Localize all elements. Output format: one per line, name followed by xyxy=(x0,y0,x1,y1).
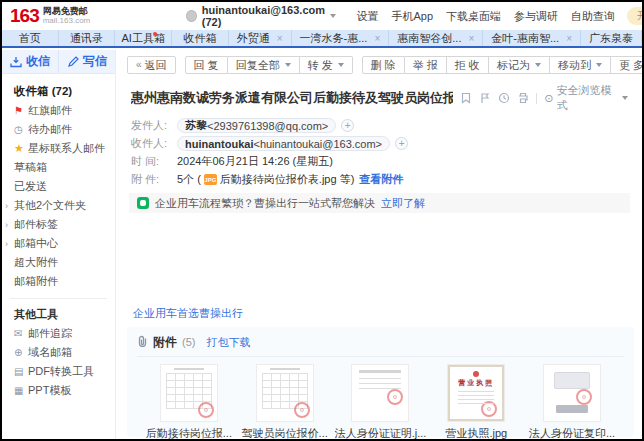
subject-row: 惠州惠南数诚劳务派遣有限公司后勤接待及驾驶员岗位报价表 ⊙ 安全浏览模式 xyxy=(117,76,642,116)
tab-mail-2[interactable]: 惠南智谷创...× xyxy=(389,30,483,46)
shield-icon: ⊙ xyxy=(544,92,553,105)
top-bar: 163 网易免费邮 mail.163.com huinantoukai@163.… xyxy=(2,2,642,30)
ad-banner[interactable]: 企业用车流程繁琐？曹操出行一站式帮您解决 立即了解 xyxy=(129,193,630,213)
attachment-card[interactable]: 营业执照 营业执照.jpg 182.06K xyxy=(428,365,524,441)
sidebar-item-other-folders[interactable]: ›其他2个文件夹 xyxy=(2,196,115,215)
tab-contacts[interactable]: 通讯录 xyxy=(59,30,116,46)
inbox-icon xyxy=(10,56,22,68)
from-row: 发件人: 苏黎<2939761398@qq.com> + xyxy=(131,118,628,133)
flag-outline-icon[interactable] xyxy=(479,92,491,104)
printer-icon[interactable] xyxy=(517,92,529,104)
mail-detail-pane: «返回 回 复 回复全部 转 发 删 除 举 报 拒 收 标记为 移动到 更 多… xyxy=(117,50,642,439)
jpg-file-icon: JPG xyxy=(204,174,217,185)
chevron-down-icon xyxy=(596,63,602,67)
163-logo[interactable]: 163 网易免费邮 mail.163.com xyxy=(10,5,90,27)
tab-inbox[interactable]: 收件箱 xyxy=(172,30,229,46)
report-button[interactable]: 举 报 xyxy=(405,56,447,74)
ppt-doc-icon: ▦ xyxy=(14,386,28,396)
star-icon: ★ xyxy=(14,143,28,154)
attachment-card[interactable]: 驾驶员岗位报价... 113.43K xyxy=(237,365,333,441)
tab-mail-3[interactable]: 金叶-惠南智...× xyxy=(483,30,581,46)
sidebar-item-starred-contacts[interactable]: ★星标联系人邮件 xyxy=(2,139,115,158)
attachment-thumbnail xyxy=(352,365,408,421)
sidebar-item-pdf-tools[interactable]: ▤PDF转换工具 xyxy=(2,362,115,381)
nav-settings[interactable]: 设置 xyxy=(356,9,378,24)
nav-survey[interactable]: 参与调研 xyxy=(514,9,558,24)
receive-mail-button[interactable]: 收信 xyxy=(2,50,58,73)
forward-button[interactable]: 转 发 xyxy=(300,56,353,74)
tab-mail-4[interactable]: 广东泉泰 xyxy=(581,30,642,46)
move-to-button[interactable]: 移动到 xyxy=(550,56,611,74)
to-contact-chip[interactable]: huinantoukai<huinantoukai@163.com> xyxy=(177,136,390,151)
red-stamp xyxy=(576,389,592,405)
logo-title: 网易免费邮 xyxy=(43,7,91,16)
sidebar-item-sent[interactable]: 已发送 xyxy=(2,177,115,196)
nav-self-service[interactable]: 自助查询 xyxy=(571,9,615,24)
chevron-right-icon: › xyxy=(5,220,14,230)
sidebar-item-inbox[interactable]: 收件箱 (72) xyxy=(2,82,115,101)
add-contact-button[interactable]: + xyxy=(341,119,354,132)
mark-as-button[interactable]: 标记为 xyxy=(489,56,550,74)
attachment-card[interactable]: 法人身份证复印... 131.2K xyxy=(524,365,620,441)
attachment-card[interactable]: 法人身份证证明.j... 84.78K xyxy=(333,365,429,441)
pencil-icon xyxy=(67,56,79,68)
sidebar-item-domain-mail[interactable]: ⊕域名邮箱 xyxy=(2,343,115,362)
tag-icon[interactable] xyxy=(460,92,472,104)
attachment-cards: 后勤接待岗位报... 115.23K 驾驶员岗位报价... 113.43K 法人… xyxy=(137,357,624,441)
attachment-thumbnail xyxy=(257,365,313,421)
chevron-down-icon xyxy=(285,63,291,67)
reply-button[interactable]: 回 复 xyxy=(185,56,228,74)
attachment-card[interactable]: 后勤接待岗位报... 115.23K xyxy=(141,365,237,441)
safe-browsing-toggle[interactable]: ⊙ 安全浏览模式 xyxy=(544,83,628,113)
banner-learn-more-link[interactable]: 立即了解 xyxy=(381,196,425,211)
chevron-right-icon: › xyxy=(5,201,14,211)
view-attachments-link[interactable]: 查看附件 xyxy=(359,172,403,187)
reply-all-button[interactable]: 回复全部 xyxy=(228,56,300,74)
back-button[interactable]: «返回 xyxy=(127,56,176,74)
close-icon[interactable]: × xyxy=(468,33,474,44)
chevron-down-icon xyxy=(622,96,628,100)
sidebar-item-mail-tags[interactable]: ›邮件标签 xyxy=(2,215,115,234)
red-stamp xyxy=(387,389,403,405)
sidebar-item-large-attachments[interactable]: 超大附件 xyxy=(2,253,115,272)
chevron-right-icon: › xyxy=(5,239,14,249)
to-row: 收件人: huinantoukai<huinantoukai@163.com> … xyxy=(131,136,628,151)
from-contact-chip[interactable]: 苏黎<2939761398@qq.com> xyxy=(177,118,336,133)
nav-desktop-download[interactable]: 下载桌面端 xyxy=(446,9,501,24)
folder-list: 收件箱 (72) ⚑红旗邮件 ◷待办邮件 ★星标联系人邮件 草稿箱 已发送 ›其… xyxy=(2,74,115,291)
sidebar-item-flagged[interactable]: ⚑红旗邮件 xyxy=(2,101,115,120)
sidebar-item-mail-center[interactable]: ›邮箱中心 xyxy=(2,234,115,253)
attachment-thumbnail xyxy=(161,365,217,421)
compose-mail-button[interactable]: 写信 xyxy=(58,50,115,73)
download-all-link[interactable]: 打包下载 xyxy=(206,335,250,350)
sidebar-item-mail-tracking[interactable]: ✉邮件追踪 xyxy=(2,324,115,343)
sidebar-item-drafts[interactable]: 草稿箱 xyxy=(2,158,115,177)
delete-button[interactable]: 删 除 xyxy=(362,56,405,74)
paperclip-icon xyxy=(137,333,148,351)
tab-foreign-trade[interactable]: 外贸通× xyxy=(229,30,292,46)
nav-mobile-app[interactable]: 手机App xyxy=(391,9,433,24)
close-icon[interactable]: × xyxy=(374,33,380,44)
sidebar-item-mail-attachments[interactable]: 邮箱附件 xyxy=(2,272,115,291)
tab-home[interactable]: 首页 xyxy=(2,30,59,46)
account-dropdown[interactable]: huinantoukai@163.com (72) xyxy=(186,4,336,28)
clock-icon: ◷ xyxy=(14,125,28,135)
mail-meta: 发件人: 苏黎<2939761398@qq.com> + 收件人: huinan… xyxy=(117,116,642,187)
divider xyxy=(10,298,107,299)
add-contact-button[interactable]: + xyxy=(395,137,408,150)
divider xyxy=(536,93,537,104)
reject-button[interactable]: 拒 收 xyxy=(447,56,489,74)
back-arrows-icon: « xyxy=(136,57,142,73)
member-upgrade-button[interactable]: 开通邮箱会员 618 xyxy=(627,7,644,25)
close-icon[interactable]: × xyxy=(566,33,572,44)
clock-outline-icon[interactable] xyxy=(498,92,510,104)
sidebar-item-ppt-templates[interactable]: ▦PPT模板 xyxy=(2,381,115,400)
tab-mail-1[interactable]: 一湾水务-惠...× xyxy=(292,30,390,46)
more-button[interactable]: 更 多 xyxy=(611,56,644,74)
avatar xyxy=(186,10,197,22)
sidebar-item-todo[interactable]: ◷待办邮件 xyxy=(2,120,115,139)
close-icon[interactable]: × xyxy=(277,33,283,44)
time-value: 2024年06月21日 14:26 (星期五) xyxy=(177,154,333,169)
body-image-link[interactable]: 企业用车首选曹操出行 xyxy=(133,306,243,321)
tab-ai-toolbox[interactable]: AI工具箱 xyxy=(115,30,172,46)
